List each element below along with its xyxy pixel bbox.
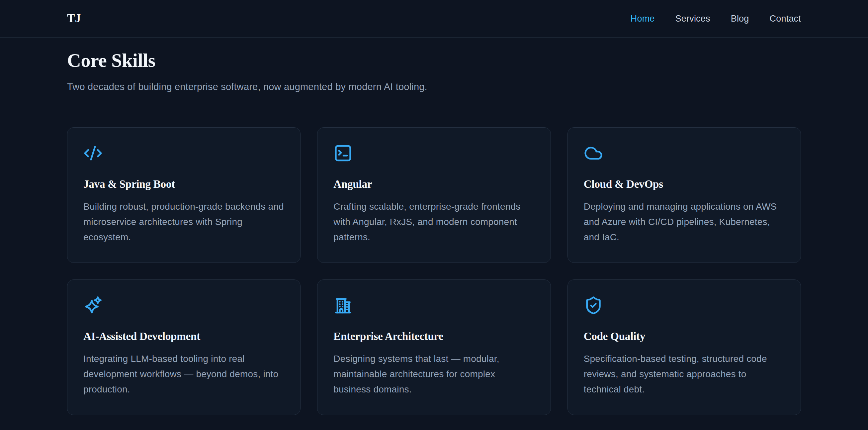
skill-card-title: Enterprise Architecture — [333, 330, 534, 343]
skill-card-title: Code Quality — [584, 330, 785, 343]
shield-check-icon — [584, 296, 603, 315]
core-skills-section: Core Skills Two decades of building ente… — [67, 37, 801, 415]
nav-link-contact[interactable]: Contact — [770, 13, 801, 24]
skill-card-title: Cloud & DevOps — [584, 178, 785, 191]
section-subtitle: Two decades of building enterprise softw… — [67, 80, 801, 93]
code-icon — [83, 144, 103, 163]
building-icon — [333, 296, 353, 315]
skill-card-description: Crafting scalable, enterprise-grade fron… — [333, 199, 534, 245]
skill-card-title: Java & Spring Boot — [83, 178, 284, 191]
main-nav: Home Services Blog Contact — [630, 13, 801, 24]
terminal-icon — [333, 144, 353, 163]
skill-card-title: Angular — [333, 178, 534, 191]
page-title: Core Skills — [67, 48, 801, 73]
skill-card-description: Designing systems that last — modular, m… — [333, 351, 534, 397]
sparkles-icon — [83, 296, 103, 315]
skill-card-description: Specification-based testing, structured … — [584, 351, 785, 397]
skills-grid: Java & Spring Boot Building robust, prod… — [67, 127, 801, 415]
nav-link-blog[interactable]: Blog — [731, 13, 749, 24]
top-navbar: TJ Home Services Blog Contact — [0, 0, 868, 37]
skill-card-ai-assisted-development: AI-Assisted Development Integrating LLM-… — [67, 280, 301, 415]
skill-card-cloud-devops: Cloud & DevOps Deploying and managing ap… — [567, 127, 801, 263]
skill-card-description: Integrating LLM-based tooling into real … — [83, 351, 284, 397]
cloud-icon — [584, 144, 603, 163]
skill-card-angular: Angular Crafting scalable, enterprise-gr… — [317, 127, 551, 263]
brand-logo[interactable]: TJ — [67, 12, 81, 25]
nav-link-home[interactable]: Home — [630, 13, 655, 24]
skill-card-description: Building robust, production-grade backen… — [83, 199, 284, 245]
skill-card-description: Deploying and managing applications on A… — [584, 199, 785, 245]
nav-link-services[interactable]: Services — [675, 13, 710, 24]
skill-card-enterprise-architecture: Enterprise Architecture Designing system… — [317, 280, 551, 415]
skill-card-code-quality: Code Quality Specification-based testing… — [567, 280, 801, 415]
skill-card-java-spring-boot: Java & Spring Boot Building robust, prod… — [67, 127, 301, 263]
skill-card-title: AI-Assisted Development — [83, 330, 284, 343]
